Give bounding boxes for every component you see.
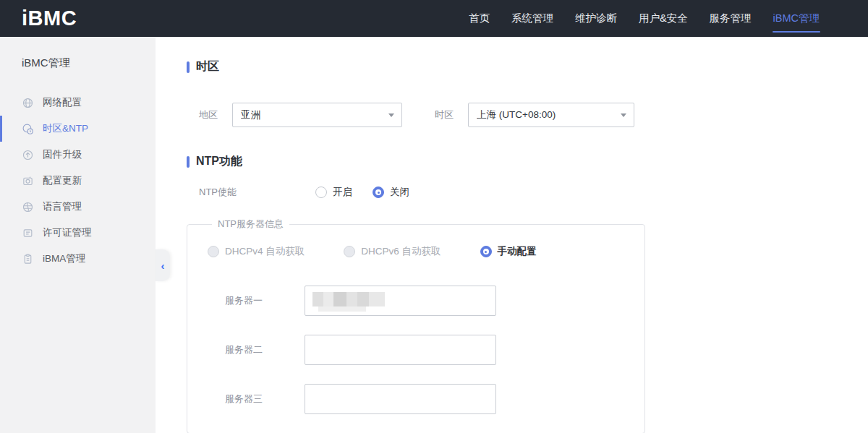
- main-content: 时区 地区 亚洲 时区 上海 (UTC+08:00) NTP功能 NTP使能: [156, 37, 868, 433]
- radio-label: DHCPv6 自动获取: [361, 245, 441, 258]
- sidebar-collapse-button[interactable]: ‹: [156, 249, 170, 281]
- manual-config-radio[interactable]: 手动配置: [480, 245, 537, 258]
- server-three-input[interactable]: [305, 384, 496, 414]
- title-accent-bar: [187, 61, 190, 73]
- caret-down-icon: [621, 113, 626, 117]
- nav-item-ibmc-management[interactable]: iBMC管理: [762, 0, 830, 37]
- title-accent-bar: [187, 156, 190, 168]
- timezone-ntp-icon: [22, 123, 34, 135]
- ntp-enable-row: NTP使能 开启 关闭: [187, 186, 868, 199]
- radio-disabled-icon: [208, 246, 219, 257]
- network-icon: [22, 97, 34, 109]
- ntp-enable-off-radio[interactable]: 关闭: [373, 186, 409, 199]
- server-one-row: 服务器一: [208, 286, 624, 316]
- timezone-form-row: 地区 亚洲 时区 上海 (UTC+08:00): [187, 103, 868, 127]
- server-two-label: 服务器二: [208, 343, 305, 356]
- timezone-label: 时区: [435, 108, 454, 121]
- ibmc-logo: iBMC: [0, 0, 77, 37]
- timezone-select[interactable]: 上海 (UTC+08:00): [468, 103, 634, 127]
- server-two-input-wrap: [305, 335, 496, 365]
- ibma-icon: [22, 253, 34, 265]
- region-label: 地区: [199, 108, 218, 121]
- sidebar-item-label: 许可证管理: [43, 226, 92, 239]
- dhcpv6-auto-radio[interactable]: DHCPv6 自动获取: [344, 245, 441, 258]
- sidebar-item-label: 时区&NTP: [43, 122, 88, 135]
- license-icon: [22, 227, 34, 239]
- section-title-text: NTP功能: [196, 154, 242, 169]
- sidebar-item-ibma-management[interactable]: iBMA管理: [0, 246, 156, 272]
- server-one-input-wrap: [305, 286, 496, 316]
- sidebar-item-config-update[interactable]: 配置更新: [0, 168, 156, 194]
- radio-disabled-icon: [344, 246, 355, 257]
- sidebar-item-label: 配置更新: [43, 174, 82, 187]
- ntp-server-fieldset: NTP服务器信息 DHCPv4 自动获取 DHCPv6 自动获取 手动配置 服务…: [187, 218, 645, 433]
- region-select[interactable]: 亚洲: [232, 103, 402, 127]
- server-three-row: 服务器三: [208, 384, 624, 414]
- radio-label: 手动配置: [498, 245, 537, 258]
- timezone-section-title: 时区: [187, 59, 868, 74]
- sidebar: iBMC管理 网络配置 时区&NTP: [0, 37, 156, 433]
- radio-label: 关闭: [390, 186, 409, 199]
- sidebar-item-license-management[interactable]: 许可证管理: [0, 220, 156, 246]
- nav-item-maintenance-diagnosis[interactable]: 维护诊断: [564, 0, 628, 37]
- timezone-select-group: 时区 上海 (UTC+08:00): [435, 103, 634, 127]
- sidebar-item-language-management[interactable]: 语言管理: [0, 194, 156, 220]
- firmware-upgrade-icon: [22, 149, 34, 161]
- server-one-input[interactable]: [305, 286, 496, 316]
- server-two-input[interactable]: [305, 335, 496, 365]
- region-select-value: 亚洲: [241, 108, 260, 121]
- language-icon: [22, 201, 34, 213]
- nav-item-system-management[interactable]: 系统管理: [501, 0, 564, 37]
- ntp-enable-label: NTP使能: [199, 186, 315, 199]
- sidebar-item-label: iBMA管理: [43, 252, 85, 265]
- timezone-select-value: 上海 (UTC+08:00): [477, 108, 556, 121]
- server-two-row: 服务器二: [208, 335, 624, 365]
- radio-label: DHCPv4 自动获取: [225, 245, 305, 258]
- sidebar-item-firmware-upgrade[interactable]: 固件升级: [0, 142, 156, 168]
- server-three-label: 服务器三: [208, 393, 305, 406]
- radio-label: 开启: [333, 186, 352, 199]
- server-three-input-wrap: [305, 384, 496, 414]
- page-layout: iBMC管理 网络配置 时区&NTP: [0, 37, 868, 433]
- nav-item-user-security[interactable]: 用户&安全: [628, 0, 699, 37]
- radio-checked-icon: [373, 187, 384, 198]
- sidebar-item-label: 语言管理: [43, 200, 82, 213]
- ntp-mode-row: DHCPv4 自动获取 DHCPv6 自动获取 手动配置: [208, 245, 624, 258]
- chevron-left-icon: ‹: [161, 260, 165, 271]
- top-nav-menu: 首页 系统管理 维护诊断 用户&安全 服务管理 iBMC管理: [458, 0, 830, 37]
- section-title-text: 时区: [196, 59, 219, 74]
- config-update-icon: [22, 175, 34, 187]
- radio-unchecked-icon: [315, 187, 327, 198]
- ntp-server-legend: NTP服务器信息: [212, 218, 289, 231]
- ntp-section-title: NTP功能: [187, 154, 868, 169]
- ntp-enable-on-radio[interactable]: 开启: [315, 186, 352, 199]
- nav-item-service-management[interactable]: 服务管理: [699, 0, 762, 37]
- sidebar-item-label: 固件升级: [43, 148, 82, 161]
- sidebar-item-network-config[interactable]: 网络配置: [0, 90, 156, 116]
- dhcpv4-auto-radio[interactable]: DHCPv4 自动获取: [208, 245, 305, 258]
- sidebar-item-timezone-ntp[interactable]: 时区&NTP: [0, 116, 156, 142]
- caret-down-icon: [388, 113, 394, 117]
- sidebar-list: 网络配置 时区&NTP 固件升级: [0, 90, 156, 272]
- nav-item-home[interactable]: 首页: [458, 0, 501, 37]
- radio-checked-icon: [480, 246, 492, 257]
- top-navbar: iBMC 首页 系统管理 维护诊断 用户&安全 服务管理 iBMC管理: [0, 0, 868, 37]
- server-one-label: 服务器一: [208, 294, 305, 307]
- sidebar-title: iBMC管理: [0, 37, 156, 70]
- sidebar-item-label: 网络配置: [43, 96, 82, 109]
